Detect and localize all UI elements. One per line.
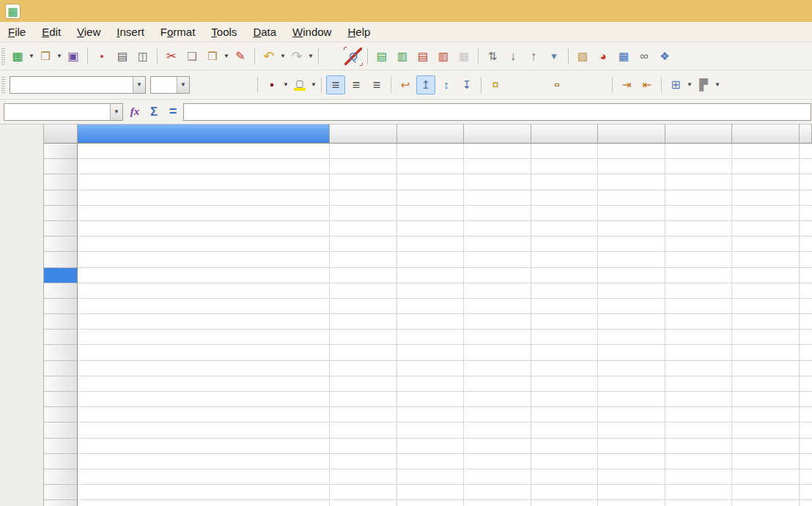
row-header-13[interactable] [44, 330, 78, 345]
new-spreadsheet-button[interactable]: ▦ [8, 47, 27, 66]
cell-D9[interactable] [464, 268, 531, 283]
cell-A14[interactable] [78, 345, 330, 360]
cell-G14[interactable] [665, 345, 733, 360]
cell-C11[interactable] [397, 299, 465, 314]
highlighting-color-dropdown[interactable]: ▼ [310, 75, 317, 94]
cell-partial-24[interactable] [800, 500, 812, 506]
cell-G13[interactable] [665, 330, 733, 345]
cell-G22[interactable] [665, 469, 733, 485]
sort-button[interactable]: ⇅ [483, 47, 502, 66]
cell-B19[interactable] [330, 423, 397, 438]
cell-B11[interactable] [330, 299, 397, 314]
cell-G1[interactable] [665, 144, 733, 159]
cell-partial-18[interactable] [800, 407, 812, 423]
cell-C21[interactable] [397, 454, 465, 469]
cell-A15[interactable] [78, 361, 330, 376]
delete-row-button[interactable]: ▤ [413, 47, 432, 66]
cell-partial-15[interactable] [800, 361, 812, 376]
cell-B8[interactable] [330, 252, 397, 267]
cell-B1[interactable] [330, 144, 397, 159]
insert-column-button[interactable]: ▥ [393, 47, 412, 66]
cell-F24[interactable] [598, 500, 665, 506]
cell-B10[interactable] [330, 283, 397, 299]
cell-B3[interactable] [330, 174, 397, 190]
insert-row-button[interactable]: ▤ [372, 47, 391, 66]
cell-G18[interactable] [665, 407, 733, 423]
cell-A1[interactable] [78, 144, 330, 159]
name-box[interactable]: ▼ [4, 103, 123, 121]
font-name-value[interactable] [10, 77, 133, 93]
row-header-12[interactable] [44, 314, 78, 330]
cell-C14[interactable] [397, 345, 465, 360]
cell-A16[interactable] [78, 376, 330, 392]
cell-E21[interactable] [531, 454, 599, 469]
cell-F3[interactable] [598, 174, 665, 190]
align-top-button[interactable]: ↥ [416, 75, 435, 94]
cell-B24[interactable] [330, 500, 397, 506]
cell-D13[interactable] [464, 330, 531, 345]
cell-A8[interactable] [78, 252, 330, 267]
cut-button[interactable]: ✂ [162, 47, 181, 66]
cell-B16[interactable] [330, 376, 397, 392]
autofilter-button[interactable]: ▼ [545, 47, 564, 66]
sum-button[interactable]: Σ [144, 103, 163, 121]
wrap-text-button[interactable]: ↩ [396, 75, 415, 94]
cell-F8[interactable] [598, 252, 665, 267]
cell-D12[interactable] [464, 314, 531, 330]
cell-F22[interactable] [598, 469, 665, 485]
column-header-H[interactable] [732, 124, 800, 144]
row-header-1[interactable] [44, 144, 78, 159]
cell-partial-4[interactable] [800, 190, 812, 206]
cell-partial-11[interactable] [800, 299, 812, 314]
cell-F5[interactable] [598, 206, 665, 221]
cell-E11[interactable] [531, 299, 599, 314]
row-header-2[interactable] [44, 159, 78, 174]
save-button[interactable]: ▣ [64, 47, 83, 66]
cell-C19[interactable] [397, 423, 465, 438]
cell-H4[interactable] [732, 190, 800, 206]
row-header-24[interactable] [44, 500, 78, 506]
cell-C3[interactable] [397, 174, 465, 190]
cell-C6[interactable] [397, 221, 465, 237]
row-header-18[interactable] [44, 407, 78, 423]
align-left-button[interactable]: ≡ [326, 75, 345, 94]
cell-F2[interactable] [598, 159, 665, 174]
cell-partial-10[interactable] [800, 283, 812, 299]
cell-D11[interactable] [464, 299, 531, 314]
cell-partial-14[interactable] [800, 345, 812, 360]
cell-B2[interactable] [330, 159, 397, 174]
cell-E16[interactable] [531, 376, 599, 392]
export-pdf-button[interactable] [92, 47, 111, 66]
cell-C8[interactable] [397, 252, 465, 267]
equals-button[interactable]: = [163, 103, 182, 121]
cell-C16[interactable] [397, 376, 465, 392]
date-format-button[interactable] [547, 75, 566, 94]
insert-image-button[interactable]: ▧ [573, 47, 592, 66]
cell-B20[interactable] [330, 439, 397, 454]
cell-E2[interactable] [531, 159, 599, 174]
cell-B9[interactable] [330, 268, 397, 283]
cell-B4[interactable] [330, 190, 397, 206]
cell-C17[interactable] [397, 392, 465, 407]
cell-A9[interactable] [78, 268, 330, 283]
menu-view[interactable]: View [69, 23, 108, 41]
cell-B21[interactable] [330, 454, 397, 469]
cell-F10[interactable] [598, 283, 665, 299]
cell-G6[interactable] [665, 221, 733, 237]
cell-G4[interactable] [665, 190, 733, 206]
border-style-button[interactable]: ▛ [694, 75, 713, 94]
cell-F11[interactable] [598, 299, 665, 314]
menu-help[interactable]: Help [339, 23, 378, 41]
menu-tools[interactable]: Tools [203, 23, 245, 41]
increase-indent-button[interactable]: ⇥ [617, 75, 636, 94]
show-draw-functions-button[interactable]: ❖ [655, 47, 674, 66]
cell-H19[interactable] [732, 423, 800, 438]
cell-D16[interactable] [464, 376, 531, 392]
auto-spellcheck-button[interactable]: Q [344, 47, 363, 66]
cell-E4[interactable] [531, 190, 599, 206]
align-bottom-button[interactable]: ↧ [457, 75, 476, 94]
cell-A5[interactable] [78, 206, 330, 221]
cell-C2[interactable] [397, 159, 465, 174]
cell-D17[interactable] [464, 392, 531, 407]
cell-D19[interactable] [464, 423, 531, 438]
